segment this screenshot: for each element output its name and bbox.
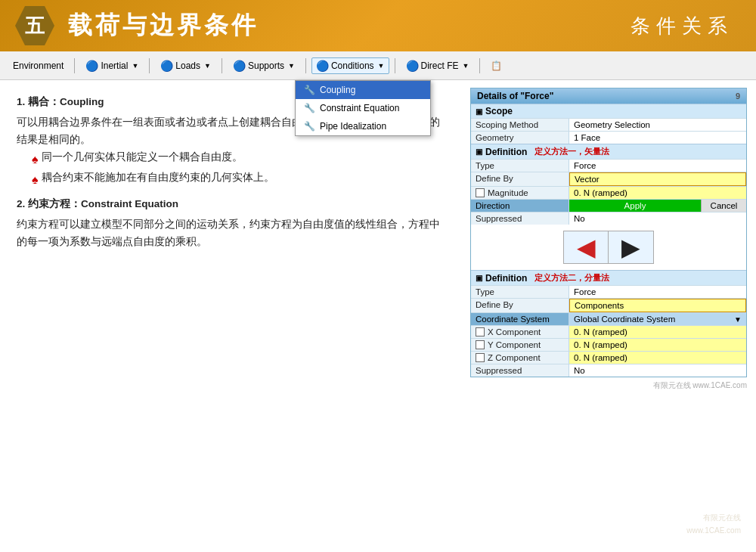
toolbar-sep-3 bbox=[222, 58, 222, 73]
definition2-section-header: ▣ Definition 定义方法二，分量法 bbox=[471, 270, 746, 285]
definition1-label-cn: 定义方法一，矢量法 bbox=[534, 146, 609, 157]
conditions-dropdown-menu: 🔧 Coupling 🔧 Constraint Equation 🔧 Pipe … bbox=[295, 80, 431, 136]
scope-label: Scope bbox=[485, 106, 513, 116]
direction-row: Direction Apply Cancel bbox=[471, 199, 746, 212]
header: 五 载荷与边界条件 条件关系 bbox=[0, 0, 756, 51]
toolbar-conditions[interactable]: 🔵 Conditions ▼ bbox=[311, 57, 389, 74]
toolbar: Environment 🔵 Inertial ▼ 🔵 Loads ▼ 🔵 Sup… bbox=[0, 51, 756, 80]
direction-label: Direction bbox=[471, 200, 569, 212]
z-comp-checkbox[interactable] bbox=[476, 353, 485, 362]
x-comp-label: X Component bbox=[471, 326, 569, 338]
inertial-label: Inertial bbox=[101, 60, 128, 71]
toolbar-clipboard[interactable]: 📋 bbox=[485, 58, 507, 73]
definition1-collapse-icon[interactable]: ▣ bbox=[476, 147, 482, 156]
header-number: 五 bbox=[15, 6, 54, 45]
y-comp-row: Y Component 0. N (ramped) bbox=[471, 338, 746, 351]
coord-dropdown-cell: Global Coordinate System ▼ bbox=[574, 315, 742, 324]
apply-button[interactable]: Apply bbox=[569, 200, 701, 212]
constraint-label: Constraint Equation bbox=[320, 103, 399, 113]
define-by2-row: Define By Components bbox=[471, 298, 746, 312]
geometry-label: Geometry bbox=[471, 132, 569, 144]
toolbar-inertial[interactable]: 🔵 Inertial ▼ bbox=[80, 57, 144, 74]
menu-item-coupling[interactable]: 🔧 Coupling bbox=[296, 81, 430, 99]
clipboard-icon: 📋 bbox=[491, 60, 502, 71]
suppressed2-row: Suppressed No bbox=[471, 364, 746, 377]
arrow-right-box[interactable]: ▶ bbox=[609, 231, 654, 264]
toolbar-sep-1 bbox=[74, 58, 75, 73]
definition2-label-cn: 定义方法二，分量法 bbox=[534, 272, 609, 284]
coord-system-label: Coordinate System bbox=[471, 313, 569, 325]
scope-collapse-icon[interactable]: ▣ bbox=[476, 107, 482, 116]
suppressed2-label: Suppressed bbox=[471, 364, 569, 377]
left-panel: 1. 耦合：Coupling 可以用耦合边界条件在一组表面或者边或者点上创建耦合… bbox=[0, 80, 461, 552]
coord-system-value: Global Coordinate System ▼ bbox=[569, 313, 746, 325]
arrow-left-icon: ◀ bbox=[577, 233, 596, 262]
suppressed-row: Suppressed No bbox=[471, 212, 746, 225]
pipe-label: Pipe Idealization bbox=[320, 121, 386, 132]
details-title: Details of "Force" bbox=[477, 91, 553, 101]
suppressed-value: No bbox=[569, 212, 746, 225]
coord-system-text: Global Coordinate System bbox=[574, 315, 675, 324]
right-panel: Details of "Force" 9 ▣ Scope Scoping Met… bbox=[461, 80, 756, 552]
details-num: 9 bbox=[736, 91, 740, 101]
y-comp-checkbox[interactable] bbox=[476, 340, 485, 349]
coupling-icon: 🔧 bbox=[303, 84, 315, 96]
toolbar-sep-2 bbox=[149, 58, 150, 73]
type-row: Type Force bbox=[471, 159, 746, 172]
define-by-row: Define By Vector bbox=[471, 172, 746, 186]
toolbar-supports[interactable]: 🔵 Supports ▼ bbox=[228, 57, 300, 74]
conditions-arrow: ▼ bbox=[378, 62, 385, 70]
magnitude-row: Magnitude 0. N (ramped) bbox=[471, 186, 746, 199]
conditions-label: Conditions bbox=[331, 60, 374, 71]
z-comp-text: Z Component bbox=[488, 353, 541, 362]
menu-item-pipe-idealization[interactable]: 🔧 Pipe Idealization bbox=[296, 117, 430, 135]
magnitude-checkbox[interactable] bbox=[476, 188, 485, 197]
y-comp-value: 0. N (ramped) bbox=[569, 339, 746, 351]
inertial-arrow: ▼ bbox=[132, 62, 138, 70]
details-panel: Details of "Force" 9 ▣ Scope Scoping Met… bbox=[470, 88, 747, 377]
type-label: Type bbox=[471, 160, 569, 172]
magnitude-text: Magnitude bbox=[488, 188, 528, 197]
x-comp-text: X Component bbox=[488, 327, 541, 336]
header-title: 载荷与边界条件 bbox=[68, 9, 259, 42]
supports-icon: 🔵 bbox=[233, 60, 246, 72]
cancel-button[interactable]: Cancel bbox=[701, 200, 746, 212]
z-comp-label: Z Component bbox=[471, 352, 569, 364]
z-comp-value: 0. N (ramped) bbox=[569, 352, 746, 364]
scope-section-header: ▣ Scope bbox=[471, 104, 746, 118]
directfe-arrow: ▼ bbox=[463, 62, 469, 70]
toolbar-loads[interactable]: 🔵 Loads ▼ bbox=[155, 57, 216, 74]
z-comp-row: Z Component 0. N (ramped) bbox=[471, 351, 746, 364]
toolbar-sep-4 bbox=[305, 58, 306, 73]
toolbar-directfe[interactable]: 🔵 Direct FE ▼ bbox=[401, 57, 475, 74]
suppressed-label: Suppressed bbox=[471, 212, 569, 225]
define-by2-value[interactable]: Components bbox=[569, 299, 746, 312]
loads-icon: 🔵 bbox=[160, 60, 173, 72]
arrow-left-box[interactable]: ◀ bbox=[563, 231, 609, 264]
pipe-icon: 🔧 bbox=[303, 120, 315, 132]
definition2-collapse-icon[interactable]: ▣ bbox=[476, 274, 482, 282]
x-comp-checkbox[interactable] bbox=[476, 327, 485, 336]
magnitude-checkbox-cell: Magnitude bbox=[476, 188, 564, 197]
coord-dropdown-arrow[interactable]: ▼ bbox=[734, 315, 742, 324]
magnitude-value: 0. N (ramped) bbox=[569, 187, 746, 199]
arrow-area: ◀ ▶ bbox=[471, 225, 746, 270]
menu-item-constraint-equation[interactable]: 🔧 Constraint Equation bbox=[296, 99, 430, 117]
type2-row: Type Force bbox=[471, 285, 746, 298]
bullet-item-1: ♠ 同一个几何实体只能定义一个耦合自由度。 bbox=[32, 149, 445, 169]
bullet-icon-2: ♠ bbox=[32, 169, 39, 190]
directfe-label: Direct FE bbox=[421, 60, 459, 71]
toolbar-environment[interactable]: Environment bbox=[8, 58, 69, 73]
scoping-method-label: Scoping Method bbox=[471, 119, 569, 131]
y-comp-label: Y Component bbox=[471, 339, 569, 351]
define-by2-label: Define By bbox=[471, 299, 569, 312]
type2-value: Force bbox=[569, 286, 746, 298]
inertial-icon: 🔵 bbox=[85, 60, 98, 72]
geometry-value: 1 Face bbox=[569, 132, 746, 144]
main-content: 1. 耦合：Coupling 可以用耦合边界条件在一组表面或者边或者点上创建耦合… bbox=[0, 80, 756, 552]
coord-system-row: Coordinate System Global Coordinate Syst… bbox=[471, 312, 746, 325]
y-comp-text: Y Component bbox=[488, 340, 541, 349]
constraint-icon: 🔧 bbox=[303, 102, 315, 114]
toolbar-sep-5 bbox=[395, 58, 395, 73]
define-by-value[interactable]: Vector bbox=[569, 172, 746, 186]
